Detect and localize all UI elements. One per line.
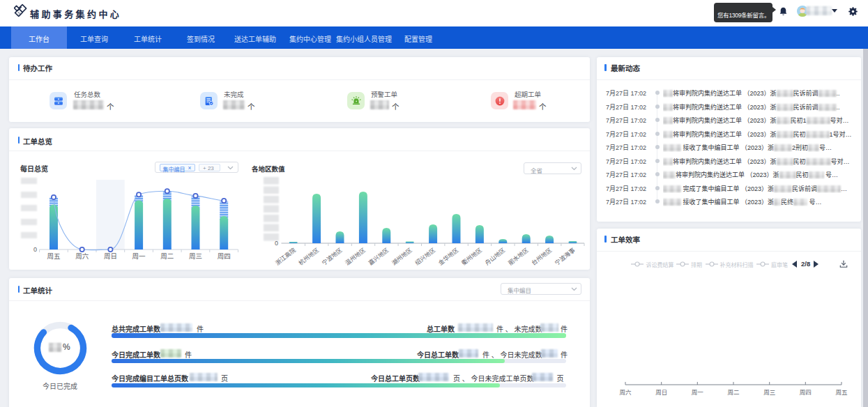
svg-text:0: 0	[275, 240, 278, 247]
svg-text:丽水地区: 丽水地区	[507, 246, 530, 266]
svg-text:宁波海事: 宁波海事	[554, 246, 577, 266]
svg-text:绍兴地区: 绍兴地区	[413, 246, 436, 266]
svg-text:周四: 周四	[800, 389, 812, 396]
svg-text:衢州地区: 衢州地区	[460, 246, 483, 266]
svg-text:金华地区: 金华地区	[437, 246, 460, 266]
svg-text:周六: 周六	[75, 252, 89, 260]
svg-text:周六: 周六	[619, 389, 632, 396]
svg-text:周二: 周二	[160, 252, 174, 260]
svg-text:周一: 周一	[132, 252, 146, 260]
svg-text:湖州地区: 湖州地区	[390, 246, 413, 266]
svg-text:0: 0	[33, 246, 37, 253]
svg-text:嘉兴地区: 嘉兴地区	[367, 246, 390, 266]
svg-text:周日: 周日	[655, 389, 667, 396]
svg-text:周日: 周日	[104, 252, 117, 260]
svg-text:周三: 周三	[189, 252, 202, 260]
svg-text:周五: 周五	[47, 252, 60, 260]
svg-text:周一: 周一	[692, 389, 704, 396]
svg-text:浙江高院: 浙江高院	[274, 246, 297, 266]
svg-text:杭州地区: 杭州地区	[297, 246, 320, 266]
svg-text:周三: 周三	[763, 389, 775, 396]
svg-text:台州地区: 台州地区	[530, 246, 553, 266]
svg-text:周五: 周五	[835, 389, 848, 396]
svg-text:宁波地区: 宁波地区	[321, 246, 344, 266]
svg-text:周四: 周四	[218, 252, 231, 260]
svg-text:周二: 周二	[727, 389, 740, 396]
svg-text:舟山地区: 舟山地区	[484, 246, 507, 266]
svg-text:温州地区: 温州地区	[344, 246, 367, 266]
